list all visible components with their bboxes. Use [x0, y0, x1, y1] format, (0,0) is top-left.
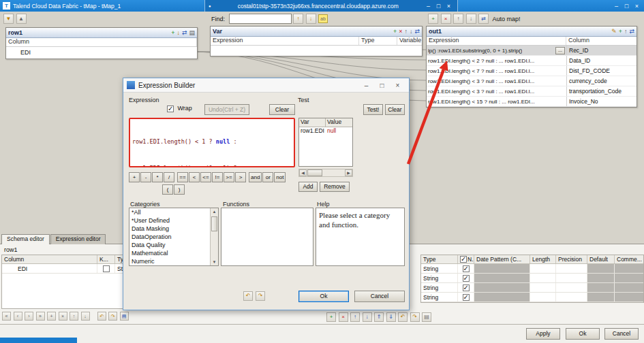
- add-column-icon[interactable]: +: [171, 29, 174, 36]
- nullable-checkbox[interactable]: [463, 265, 470, 272]
- operator-button[interactable]: -: [140, 172, 151, 182]
- apply-button[interactable]: Apply: [526, 328, 560, 340]
- remote-restore-button[interactable]: □: [433, 3, 444, 10]
- window-maximize-button[interactable]: □: [622, 3, 632, 10]
- row1-row-edi[interactable]: EDI: [6, 47, 197, 57]
- output-schema-row[interactable]: String: [421, 283, 643, 293]
- tab-expression-editor[interactable]: Expression editor: [50, 234, 106, 244]
- operator-button[interactable]: <: [189, 172, 200, 182]
- find-next-button[interactable]: ↓: [306, 14, 316, 24]
- var-panel-header[interactable]: Var + × ↑ ↓ ⇄: [211, 27, 422, 37]
- operator-button[interactable]: >: [235, 172, 246, 182]
- test-clear-button[interactable]: Clear: [385, 104, 405, 115]
- export-schema-button[interactable]: ▤: [422, 312, 431, 322]
- operator-button[interactable]: ): [174, 184, 185, 195]
- out1-row[interactable]: row1.EDI.length() < 15 ? null : ... row1…: [427, 97, 637, 107]
- previous-expression-button[interactable]: ↶: [243, 291, 253, 301]
- undo-button[interactable]: ↶: [97, 312, 106, 321]
- find-input[interactable]: [229, 14, 292, 24]
- out1-panel-header[interactable]: out1 ✎ + ↑ ⇄: [427, 27, 637, 37]
- out1-swap-icon[interactable]: ⇄: [629, 28, 634, 35]
- output-schema-row[interactable]: String: [421, 274, 643, 283]
- output-schema-row[interactable]: String: [421, 264, 643, 274]
- add-test-variable-button[interactable]: Add: [298, 182, 318, 192]
- add-row-button[interactable]: +: [47, 312, 56, 321]
- out1-up-icon[interactable]: ↑: [624, 28, 628, 35]
- highlight-matches-button[interactable]: ab: [318, 14, 328, 23]
- next-expression-button[interactable]: ↷: [256, 291, 265, 301]
- operator-button[interactable]: +: [129, 172, 140, 182]
- remove-row-button[interactable]: ×: [59, 312, 67, 321]
- remove-output-button[interactable]: ×: [441, 14, 451, 24]
- add-output-button[interactable]: +: [428, 14, 438, 24]
- row-down-button[interactable]: ↓: [81, 312, 90, 321]
- operator-button[interactable]: *: [152, 172, 163, 182]
- column-up-button[interactable]: ↑: [350, 312, 360, 322]
- window-minimize-button[interactable]: –: [611, 3, 622, 10]
- dialog-maximize-button[interactable]: □: [374, 82, 390, 89]
- precision-cell[interactable]: [556, 264, 587, 273]
- scrollbar-thumb[interactable]: [211, 216, 217, 231]
- category-item[interactable]: *All: [129, 208, 218, 216]
- functions-list[interactable]: [221, 208, 313, 266]
- length-cell[interactable]: [530, 293, 556, 301]
- test-var-value[interactable]: null: [326, 127, 352, 135]
- undo-schema-button[interactable]: ↶: [398, 312, 408, 322]
- scroll-down-icon[interactable]: ▼: [211, 259, 218, 265]
- category-item[interactable]: *User Defined: [129, 216, 218, 225]
- nullable-header-checkbox[interactable]: [460, 256, 467, 263]
- operator-button[interactable]: >=: [224, 172, 234, 182]
- save-schema-button[interactable]: ▤: [120, 312, 129, 321]
- length-cell[interactable]: [530, 264, 556, 273]
- dialog-titlebar[interactable]: Expression Builder – □ ×: [123, 78, 409, 93]
- undo-button[interactable]: Undo(Ctrl + Z): [204, 104, 249, 115]
- remove-var-icon[interactable]: ×: [399, 28, 402, 35]
- test-button[interactable]: Test!: [363, 104, 383, 115]
- clear-expression-button[interactable]: Clear: [269, 104, 295, 115]
- scroll-right-icon[interactable]: ▶: [345, 169, 352, 176]
- operator-button[interactable]: !=: [212, 172, 223, 182]
- dialog-close-button[interactable]: ×: [390, 82, 405, 89]
- wrap-checkbox[interactable]: [167, 105, 174, 112]
- precision-cell[interactable]: [556, 274, 587, 282]
- open-expression-builder-button[interactable]: ...: [555, 47, 565, 54]
- out1-add-icon[interactable]: +: [619, 28, 622, 35]
- row-up-button[interactable]: ↑: [70, 312, 78, 321]
- next-page-button[interactable]: ›: [25, 312, 33, 321]
- scrollbar-thumb[interactable]: [307, 169, 322, 176]
- prev-page-button[interactable]: ‹: [14, 312, 22, 321]
- precision-cell[interactable]: [556, 293, 587, 301]
- category-item[interactable]: Data Masking: [129, 225, 218, 233]
- schema-type-value[interactable]: String: [421, 264, 458, 273]
- column-top-button[interactable]: ⇑: [374, 312, 384, 322]
- out1-row[interactable]: row1.EDI.length() < 2 ? null : ... row1.…: [427, 56, 637, 66]
- operator-button[interactable]: and: [249, 172, 262, 182]
- operator-button[interactable]: (: [162, 184, 173, 195]
- dialog-minimize-button[interactable]: –: [358, 82, 374, 89]
- category-item[interactable]: Data Quality: [129, 241, 218, 249]
- nullable-checkbox[interactable]: [463, 294, 470, 301]
- category-item[interactable]: Numeric: [129, 257, 218, 265]
- operator-button[interactable]: not: [274, 172, 286, 182]
- swap-icon[interactable]: ⇄: [182, 29, 187, 36]
- nullable-checkbox[interactable]: [463, 275, 470, 282]
- first-page-button[interactable]: «: [2, 312, 11, 321]
- remove-test-variable-button[interactable]: Remove: [320, 182, 350, 192]
- add-column-button[interactable]: +: [326, 312, 336, 322]
- remote-session-bar[interactable]: ● costal01tstp-3573n32ju66xs.francecentr…: [204, 0, 458, 12]
- dialog-ok-button[interactable]: Ok: [298, 291, 349, 302]
- move-down-icon[interactable]: ↓: [177, 29, 180, 36]
- expression-editor-area[interactable]: row1.EDI.length() < 1 ? null : row1.EDI.…: [129, 118, 295, 167]
- redo-button[interactable]: ↷: [108, 312, 117, 321]
- key-checkbox[interactable]: [103, 265, 110, 272]
- length-cell[interactable]: [530, 274, 556, 282]
- category-item[interactable]: DataOperation: [129, 233, 218, 241]
- out1-row[interactable]: ip() :row1.EDI.substring(0, 0 + 1).strip…: [427, 46, 637, 56]
- schema-type-value[interactable]: String: [421, 283, 458, 292]
- operator-button[interactable]: or: [262, 172, 273, 182]
- auto-map-icon[interactable]: ⇄: [478, 14, 489, 24]
- operator-button[interactable]: <=: [200, 172, 211, 182]
- out1-row[interactable]: row1.EDI.length() < 7 ? null : ... row1.…: [427, 66, 637, 76]
- out1-row[interactable]: row1.EDI.length() < 3 ? null : ... row1.…: [427, 76, 637, 86]
- row1-panel-header[interactable]: row1 + ↓ ⇄ ▤: [6, 28, 197, 38]
